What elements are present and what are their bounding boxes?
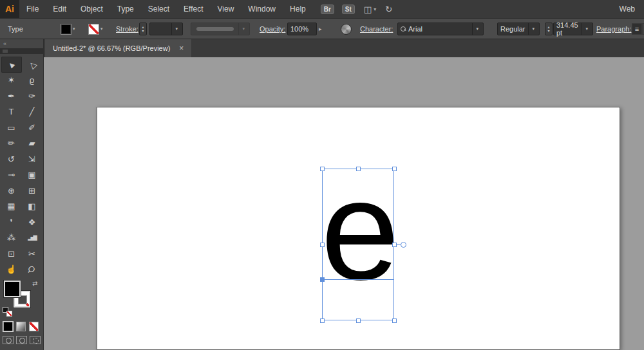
character-panel-label[interactable]: Character: [360,23,393,35]
gradient-tool[interactable]: ◧ [22,199,43,215]
slice-tool[interactable]: ✂ [22,246,43,262]
selection-tool[interactable]: ▲ [1,57,22,73]
free-transform-tool[interactable]: ▣ [22,167,43,183]
opacity-field[interactable]: 100% ▸ [287,23,322,35]
panel-collapse-icon[interactable]: « [0,39,43,48]
sync-settings-icon[interactable]: ↻ [385,5,392,14]
menu-help[interactable]: Help [283,0,313,18]
rectangle-tool[interactable]: ▭ [1,120,22,136]
stroke-chevron-icon[interactable]: ▾ [100,26,103,32]
curvature-tool-icon: ✑ [28,91,35,101]
tab-close-icon[interactable]: × [179,44,184,53]
symbol-sprayer-tool[interactable]: ⁂ [1,230,22,246]
blend-tool[interactable]: ❖ [22,214,43,230]
gradient-mode-button[interactable] [16,322,26,331]
draw-inside-button[interactable] [30,336,41,344]
magic-wand-tool[interactable]: ✶ [1,73,22,89]
align-left-button[interactable]: ≡ [632,23,642,35]
selection-bounding-box[interactable] [322,169,394,320]
selection-handle[interactable] [320,318,325,323]
menu-effect[interactable]: Effect [176,0,210,18]
menu-edit[interactable]: Edit [46,0,73,18]
stroke-panel-label[interactable]: Stroke: [116,23,138,35]
canvas-area[interactable]: e [44,57,644,350]
eraser-tool[interactable]: ▰ [22,136,43,152]
opacity-panel-label[interactable]: Opacity: [260,23,285,35]
selection-handle[interactable] [320,167,325,171]
lasso-tool[interactable]: ϱ [22,73,43,89]
none-mode-button[interactable] [29,322,39,331]
scale-tool[interactable]: ⇲ [22,151,43,167]
selection-round-handle[interactable] [401,242,406,248]
workspace-switcher[interactable]: Web [620,5,635,14]
stroke-weight-dropdown[interactable]: ▾ [149,23,183,35]
font-family-chevron-icon[interactable]: ▾ [476,26,478,32]
font-size-chevron-icon[interactable]: ▾ [585,26,588,32]
rotate-tool[interactable]: ↺ [1,151,22,167]
stroke-swatch[interactable] [88,24,99,35]
bridge-button[interactable]: Br [321,5,334,14]
color-mode-button[interactable] [3,322,13,331]
font-size-value[interactable]: 314.45 pt [556,21,582,37]
opacity-chevron-icon[interactable]: ▸ [319,26,322,32]
column-graph-tool[interactable]: ▂▅▇ [22,230,43,246]
menu-file[interactable]: File [19,0,46,18]
selection-handle[interactable] [356,318,361,323]
mesh-tool[interactable]: ▦ [1,199,22,215]
recolor-artwork-icon[interactable] [341,24,352,35]
stroke-weight-chevron-icon[interactable]: ▾ [175,26,178,32]
type-tool[interactable]: T [1,104,22,120]
fill-color-control[interactable]: ▾ [61,23,75,35]
selection-handle[interactable] [392,318,397,323]
text-anchor-point[interactable] [320,277,325,282]
draw-behind-button[interactable] [16,336,27,344]
selection-handle[interactable] [392,243,397,247]
shape-builder-tool[interactable]: ⊕ [1,183,22,199]
arrange-documents-chevron-icon[interactable]: ▾ [374,6,376,12]
menu-select[interactable]: Select [141,0,176,18]
line-segment-tool[interactable]: ╱ [22,104,43,120]
selection-handle[interactable] [392,167,397,171]
font-search-icon [401,26,406,32]
panel-tab-strip[interactable] [0,48,43,54]
default-stroke-mini-icon[interactable] [6,311,12,317]
menu-window[interactable]: Window [241,0,283,18]
selection-handle[interactable] [320,243,325,247]
font-size-down-icon[interactable]: ▾ [545,29,552,33]
selection-handle[interactable] [356,167,361,171]
hand-tool[interactable]: ☝ [1,262,22,278]
opacity-value[interactable]: 100% [290,25,308,33]
font-style-chevron-icon[interactable]: ▾ [532,26,535,32]
menu-type[interactable]: Type [110,0,141,18]
paintbrush-tool[interactable]: ✐ [22,120,43,136]
fill-chevron-icon[interactable]: ▾ [73,26,75,32]
menu-view[interactable]: View [211,0,242,18]
stroke-weight-stepper[interactable]: ▴ ▾ [139,23,147,35]
shaper-tool[interactable]: ✏ [1,136,22,152]
stock-button[interactable]: St [342,5,355,14]
draw-normal-button[interactable] [3,336,14,344]
curvature-tool[interactable]: ✑ [22,88,43,104]
swap-fill-stroke-icon[interactable]: ⇄ [32,280,37,287]
stroke-weight-down-icon[interactable]: ▾ [140,29,146,33]
eyedropper-tool[interactable]: ❜ [1,214,22,230]
font-size-control[interactable]: ▴ ▾ 314.45 pt ▾ [545,23,593,35]
font-style-combo[interactable]: Regular ▾ [497,23,540,35]
direct-selection-tool[interactable]: △ [22,57,43,73]
stroke-color-control[interactable]: ▾ [88,23,103,35]
font-family-combo[interactable]: Arial ▾ [397,23,484,35]
font-family-value[interactable]: Arial [408,25,422,33]
perspective-grid-tool[interactable]: ⊞ [22,183,43,199]
pen-tool[interactable]: ✒ [1,88,22,104]
font-style-value[interactable]: Regular [500,25,526,33]
paragraph-panel-label[interactable]: Paragraph: [596,23,631,35]
fill-swatch[interactable] [61,24,71,35]
zoom-tool[interactable]: Ϙ [22,262,43,278]
arrange-documents-icon[interactable]: ◫ [364,5,372,14]
width-tool[interactable]: ⊸ [1,167,22,183]
fill-proxy-swatch[interactable] [4,281,21,297]
artboard-tool[interactable]: ⊡ [1,246,22,262]
document-tab[interactable]: Untitled-2* @ 66.67% (RGB/Preview) × [45,39,191,57]
recolor-artwork-control[interactable] [341,23,352,35]
menu-object[interactable]: Object [73,0,110,18]
